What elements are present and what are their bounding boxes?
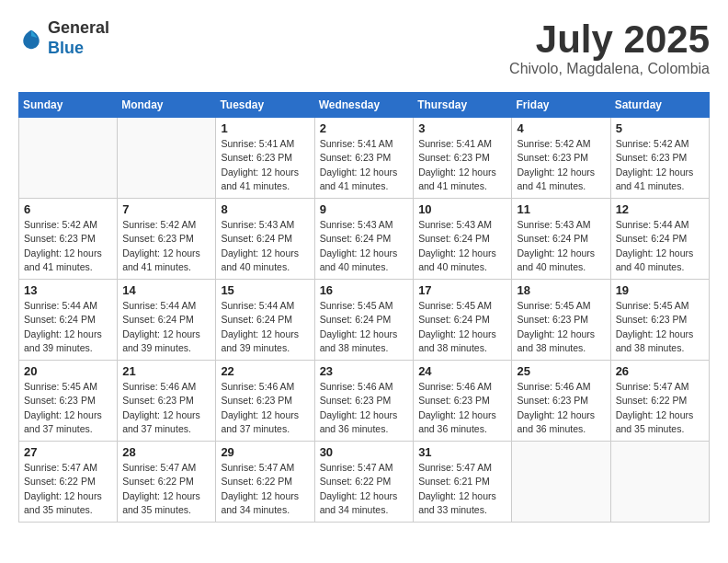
calendar-cell: 2Sunrise: 5:41 AM Sunset: 6:23 PM Daylig…: [314, 118, 414, 199]
day-number: 26: [616, 364, 704, 378]
calendar-cell: 4Sunrise: 5:42 AM Sunset: 6:23 PM Daylig…: [512, 118, 610, 199]
calendar-cell: 11Sunrise: 5:43 AM Sunset: 6:24 PM Dayli…: [512, 199, 610, 280]
day-number: 20: [24, 364, 112, 378]
day-info: Sunrise: 5:47 AM Sunset: 6:22 PM Dayligh…: [616, 380, 704, 436]
month-year: July 2025: [509, 18, 710, 61]
day-number: 16: [320, 283, 409, 297]
day-info: Sunrise: 5:44 AM Sunset: 6:24 PM Dayligh…: [221, 299, 309, 355]
day-info: Sunrise: 5:41 AM Sunset: 6:23 PM Dayligh…: [320, 137, 409, 193]
day-number: 28: [122, 445, 210, 459]
calendar-cell: 5Sunrise: 5:42 AM Sunset: 6:23 PM Daylig…: [610, 118, 709, 199]
day-number: 15: [221, 283, 309, 297]
day-number: 17: [418, 283, 506, 297]
day-info: Sunrise: 5:44 AM Sunset: 6:24 PM Dayligh…: [616, 218, 704, 274]
day-info: Sunrise: 5:45 AM Sunset: 6:24 PM Dayligh…: [418, 299, 506, 355]
day-info: Sunrise: 5:41 AM Sunset: 6:23 PM Dayligh…: [418, 137, 506, 193]
day-number: 8: [221, 202, 309, 216]
day-info: Sunrise: 5:45 AM Sunset: 6:24 PM Dayligh…: [320, 299, 409, 355]
day-info: Sunrise: 5:44 AM Sunset: 6:24 PM Dayligh…: [24, 299, 112, 355]
calendar-cell: [118, 118, 216, 199]
calendar-cell: 7Sunrise: 5:42 AM Sunset: 6:23 PM Daylig…: [118, 199, 216, 280]
logo-blue: Blue: [48, 39, 109, 59]
calendar-cell: [19, 118, 118, 199]
day-number: 30: [320, 445, 409, 459]
day-info: Sunrise: 5:45 AM Sunset: 6:23 PM Dayligh…: [517, 299, 605, 355]
day-number: 11: [517, 202, 605, 216]
day-number: 5: [616, 121, 704, 135]
calendar-cell: 29Sunrise: 5:47 AM Sunset: 6:22 PM Dayli…: [216, 442, 314, 523]
day-info: Sunrise: 5:42 AM Sunset: 6:23 PM Dayligh…: [616, 137, 704, 193]
day-number: 14: [122, 283, 210, 297]
day-info: Sunrise: 5:47 AM Sunset: 6:22 PM Dayligh…: [320, 461, 409, 517]
calendar-cell: 19Sunrise: 5:45 AM Sunset: 6:23 PM Dayli…: [610, 280, 709, 361]
day-info: Sunrise: 5:47 AM Sunset: 6:22 PM Dayligh…: [122, 461, 210, 517]
day-info: Sunrise: 5:43 AM Sunset: 6:24 PM Dayligh…: [418, 218, 506, 274]
calendar-cell: 1Sunrise: 5:41 AM Sunset: 6:23 PM Daylig…: [216, 118, 314, 199]
calendar-cell: 21Sunrise: 5:46 AM Sunset: 6:23 PM Dayli…: [118, 361, 216, 442]
day-info: Sunrise: 5:43 AM Sunset: 6:24 PM Dayligh…: [221, 218, 309, 274]
day-number: 27: [24, 445, 112, 459]
calendar-cell: 6Sunrise: 5:42 AM Sunset: 6:23 PM Daylig…: [19, 199, 118, 280]
calendar-cell: 17Sunrise: 5:45 AM Sunset: 6:24 PM Dayli…: [414, 280, 512, 361]
day-info: Sunrise: 5:43 AM Sunset: 6:24 PM Dayligh…: [517, 218, 605, 274]
calendar-cell: 14Sunrise: 5:44 AM Sunset: 6:24 PM Dayli…: [118, 280, 216, 361]
day-of-week-header: Monday: [118, 93, 216, 118]
day-number: 18: [517, 283, 605, 297]
calendar-cell: 16Sunrise: 5:45 AM Sunset: 6:24 PM Dayli…: [314, 280, 414, 361]
day-info: Sunrise: 5:45 AM Sunset: 6:23 PM Dayligh…: [24, 380, 112, 436]
page-header: General Blue July 2025 Chivolo, Magdalen…: [18, 18, 710, 77]
day-info: Sunrise: 5:42 AM Sunset: 6:23 PM Dayligh…: [24, 218, 112, 274]
day-info: Sunrise: 5:41 AM Sunset: 6:23 PM Dayligh…: [221, 137, 309, 193]
calendar-cell: 18Sunrise: 5:45 AM Sunset: 6:23 PM Dayli…: [512, 280, 610, 361]
day-info: Sunrise: 5:44 AM Sunset: 6:24 PM Dayligh…: [122, 299, 210, 355]
calendar-cell: 8Sunrise: 5:43 AM Sunset: 6:24 PM Daylig…: [216, 199, 314, 280]
day-number: 22: [221, 364, 309, 378]
day-info: Sunrise: 5:46 AM Sunset: 6:23 PM Dayligh…: [418, 380, 506, 436]
calendar-cell: 24Sunrise: 5:46 AM Sunset: 6:23 PM Dayli…: [414, 361, 512, 442]
calendar-cell: [610, 442, 709, 523]
day-of-week-header: Thursday: [414, 93, 512, 118]
calendar-cell: 28Sunrise: 5:47 AM Sunset: 6:22 PM Dayli…: [118, 442, 216, 523]
day-of-week-header: Saturday: [610, 93, 709, 118]
logo-icon: [18, 26, 44, 52]
logo-text: General Blue: [48, 18, 109, 58]
day-info: Sunrise: 5:47 AM Sunset: 6:21 PM Dayligh…: [418, 461, 506, 517]
day-of-week-header: Friday: [512, 93, 610, 118]
day-info: Sunrise: 5:47 AM Sunset: 6:22 PM Dayligh…: [24, 461, 112, 517]
location: Chivolo, Magdalena, Colombia: [509, 61, 710, 77]
calendar-cell: 30Sunrise: 5:47 AM Sunset: 6:22 PM Dayli…: [314, 442, 414, 523]
day-number: 13: [24, 283, 112, 297]
day-number: 19: [616, 283, 704, 297]
day-number: 23: [320, 364, 409, 378]
calendar-cell: 31Sunrise: 5:47 AM Sunset: 6:21 PM Dayli…: [414, 442, 512, 523]
calendar-cell: 12Sunrise: 5:44 AM Sunset: 6:24 PM Dayli…: [610, 199, 709, 280]
calendar-cell: 22Sunrise: 5:46 AM Sunset: 6:23 PM Dayli…: [216, 361, 314, 442]
day-number: 4: [517, 121, 605, 135]
calendar-cell: 15Sunrise: 5:44 AM Sunset: 6:24 PM Dayli…: [216, 280, 314, 361]
day-number: 10: [418, 202, 506, 216]
calendar-table: SundayMondayTuesdayWednesdayThursdayFrid…: [18, 92, 710, 523]
day-info: Sunrise: 5:42 AM Sunset: 6:23 PM Dayligh…: [122, 218, 210, 274]
title-block: July 2025 Chivolo, Magdalena, Colombia: [509, 18, 710, 77]
day-number: 3: [418, 121, 506, 135]
day-info: Sunrise: 5:45 AM Sunset: 6:23 PM Dayligh…: [616, 299, 704, 355]
day-info: Sunrise: 5:47 AM Sunset: 6:22 PM Dayligh…: [221, 461, 309, 517]
day-number: 6: [24, 202, 112, 216]
day-info: Sunrise: 5:46 AM Sunset: 6:23 PM Dayligh…: [122, 380, 210, 436]
calendar-cell: 25Sunrise: 5:46 AM Sunset: 6:23 PM Dayli…: [512, 361, 610, 442]
calendar-cell: 10Sunrise: 5:43 AM Sunset: 6:24 PM Dayli…: [414, 199, 512, 280]
day-info: Sunrise: 5:43 AM Sunset: 6:24 PM Dayligh…: [320, 218, 409, 274]
day-number: 31: [418, 445, 506, 459]
day-number: 24: [418, 364, 506, 378]
calendar-cell: 3Sunrise: 5:41 AM Sunset: 6:23 PM Daylig…: [414, 118, 512, 199]
day-of-week-header: Tuesday: [216, 93, 314, 118]
calendar-cell: 9Sunrise: 5:43 AM Sunset: 6:24 PM Daylig…: [314, 199, 414, 280]
day-info: Sunrise: 5:46 AM Sunset: 6:23 PM Dayligh…: [221, 380, 309, 436]
calendar-cell: 13Sunrise: 5:44 AM Sunset: 6:24 PM Dayli…: [19, 280, 118, 361]
day-number: 2: [320, 121, 409, 135]
day-number: 29: [221, 445, 309, 459]
day-of-week-header: Sunday: [19, 93, 118, 118]
day-number: 9: [320, 202, 409, 216]
calendar-cell: 23Sunrise: 5:46 AM Sunset: 6:23 PM Dayli…: [314, 361, 414, 442]
calendar-cell: 26Sunrise: 5:47 AM Sunset: 6:22 PM Dayli…: [610, 361, 709, 442]
